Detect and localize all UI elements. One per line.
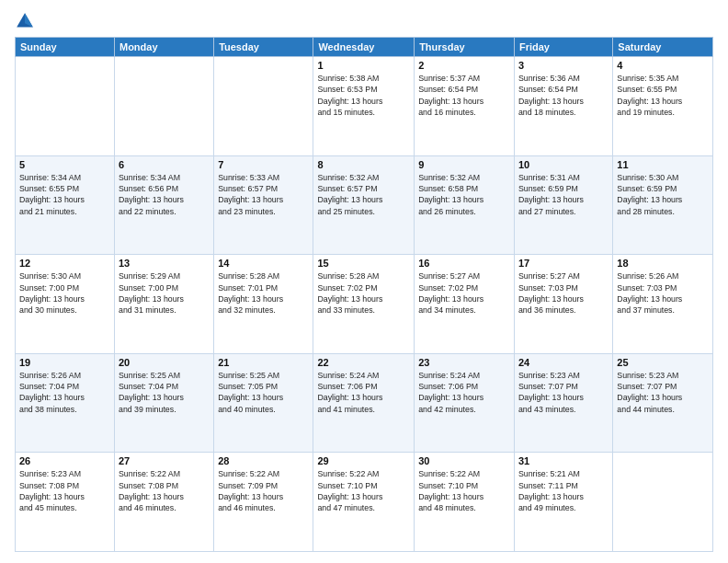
header (15, 11, 713, 31)
day-info-text: Sunrise: 5:34 AM Sunset: 6:56 PM Dayligh… (119, 172, 210, 217)
day-number: 23 (418, 357, 510, 368)
calendar-day-cell: 26Sunrise: 5:23 AM Sunset: 7:08 PM Dayli… (16, 453, 115, 552)
calendar-body: 1Sunrise: 5:38 AM Sunset: 6:53 PM Daylig… (16, 57, 713, 552)
calendar-day-cell: 13Sunrise: 5:29 AM Sunset: 7:00 PM Dayli… (114, 255, 213, 354)
calendar-week-row: 1Sunrise: 5:38 AM Sunset: 6:53 PM Daylig… (16, 57, 713, 156)
calendar-day-cell: 8Sunrise: 5:32 AM Sunset: 6:57 PM Daylig… (313, 155, 415, 255)
calendar-day-cell: 28Sunrise: 5:22 AM Sunset: 7:09 PM Dayli… (214, 453, 313, 552)
calendar-day-cell: 3Sunrise: 5:36 AM Sunset: 6:54 PM Daylig… (514, 57, 612, 156)
calendar-page: SundayMondayTuesdayWednesdayThursdayFrid… (0, 0, 728, 563)
day-number: 22 (317, 357, 410, 368)
logo (15, 11, 37, 31)
calendar-day-cell: 7Sunrise: 5:33 AM Sunset: 6:57 PM Daylig… (214, 155, 313, 255)
day-info-text: Sunrise: 5:32 AM Sunset: 6:58 PM Dayligh… (418, 172, 510, 217)
calendar-week-row: 19Sunrise: 5:26 AM Sunset: 7:04 PM Dayli… (16, 353, 713, 453)
calendar-day-cell: 29Sunrise: 5:22 AM Sunset: 7:10 PM Dayli… (313, 453, 415, 552)
calendar-day-cell: 10Sunrise: 5:31 AM Sunset: 6:59 PM Dayli… (514, 155, 612, 255)
day-number: 16 (418, 258, 510, 269)
day-info-text: Sunrise: 5:23 AM Sunset: 7:07 PM Dayligh… (518, 370, 609, 415)
day-info-text: Sunrise: 5:22 AM Sunset: 7:08 PM Dayligh… (119, 468, 210, 513)
day-info-text: Sunrise: 5:25 AM Sunset: 7:04 PM Dayligh… (119, 370, 210, 415)
calendar-day-cell: 23Sunrise: 5:24 AM Sunset: 7:06 PM Dayli… (415, 353, 515, 453)
day-number: 10 (518, 159, 609, 170)
day-number: 21 (218, 357, 309, 368)
calendar-table: SundayMondayTuesdayWednesdayThursdayFrid… (15, 37, 713, 552)
day-info-text: Sunrise: 5:26 AM Sunset: 7:03 PM Dayligh… (617, 270, 709, 316)
day-info-text: Sunrise: 5:24 AM Sunset: 7:06 PM Dayligh… (317, 370, 410, 415)
day-number: 29 (317, 455, 410, 466)
calendar-day-cell: 30Sunrise: 5:22 AM Sunset: 7:10 PM Dayli… (415, 453, 515, 552)
day-number: 28 (218, 455, 309, 466)
day-number: 7 (218, 159, 309, 170)
day-info-text: Sunrise: 5:29 AM Sunset: 7:00 PM Dayligh… (119, 270, 210, 316)
day-number: 5 (19, 159, 110, 170)
day-number: 13 (119, 258, 210, 269)
day-info-text: Sunrise: 5:32 AM Sunset: 6:57 PM Dayligh… (317, 172, 410, 217)
calendar-day-cell: 11Sunrise: 5:30 AM Sunset: 6:59 PM Dayli… (613, 155, 713, 255)
day-info-text: Sunrise: 5:30 AM Sunset: 6:59 PM Dayligh… (617, 172, 709, 217)
day-info-text: Sunrise: 5:23 AM Sunset: 7:08 PM Dayligh… (19, 468, 110, 513)
calendar-day-cell (613, 453, 713, 552)
calendar-day-cell: 24Sunrise: 5:23 AM Sunset: 7:07 PM Dayli… (514, 353, 612, 453)
calendar-day-cell: 15Sunrise: 5:28 AM Sunset: 7:02 PM Dayli… (313, 255, 415, 354)
calendar-day-cell: 1Sunrise: 5:38 AM Sunset: 6:53 PM Daylig… (313, 57, 415, 156)
calendar-day-cell: 27Sunrise: 5:22 AM Sunset: 7:08 PM Dayli… (114, 453, 213, 552)
day-info-text: Sunrise: 5:38 AM Sunset: 6:53 PM Dayligh… (317, 73, 410, 118)
day-info-text: Sunrise: 5:21 AM Sunset: 7:11 PM Dayligh… (518, 468, 609, 513)
day-info-text: Sunrise: 5:28 AM Sunset: 7:02 PM Dayligh… (317, 270, 410, 316)
weekday-header-cell: Saturday (613, 38, 713, 57)
day-number: 3 (518, 60, 609, 71)
calendar-day-cell: 2Sunrise: 5:37 AM Sunset: 6:54 PM Daylig… (415, 57, 515, 156)
calendar-day-cell: 31Sunrise: 5:21 AM Sunset: 7:11 PM Dayli… (514, 453, 612, 552)
weekday-header-cell: Tuesday (214, 38, 313, 57)
calendar-day-cell: 4Sunrise: 5:35 AM Sunset: 6:55 PM Daylig… (613, 57, 713, 156)
day-info-text: Sunrise: 5:27 AM Sunset: 7:03 PM Dayligh… (518, 270, 609, 316)
day-info-text: Sunrise: 5:22 AM Sunset: 7:09 PM Dayligh… (218, 468, 309, 513)
calendar-day-cell: 18Sunrise: 5:26 AM Sunset: 7:03 PM Dayli… (613, 255, 713, 354)
calendar-day-cell: 9Sunrise: 5:32 AM Sunset: 6:58 PM Daylig… (415, 155, 515, 255)
day-info-text: Sunrise: 5:23 AM Sunset: 7:07 PM Dayligh… (617, 370, 709, 415)
calendar-day-cell: 5Sunrise: 5:34 AM Sunset: 6:55 PM Daylig… (16, 155, 115, 255)
calendar-day-cell: 16Sunrise: 5:27 AM Sunset: 7:02 PM Dayli… (415, 255, 515, 354)
weekday-header-row: SundayMondayTuesdayWednesdayThursdayFrid… (16, 38, 713, 57)
logo-icon (15, 11, 35, 31)
day-number: 26 (19, 455, 110, 466)
day-info-text: Sunrise: 5:35 AM Sunset: 6:55 PM Dayligh… (617, 73, 709, 118)
day-number: 17 (518, 258, 609, 269)
weekday-header-cell: Friday (514, 38, 612, 57)
calendar-day-cell: 6Sunrise: 5:34 AM Sunset: 6:56 PM Daylig… (114, 155, 213, 255)
day-number: 31 (518, 455, 609, 466)
day-number: 14 (218, 258, 309, 269)
calendar-day-cell: 12Sunrise: 5:30 AM Sunset: 7:00 PM Dayli… (16, 255, 115, 354)
day-info-text: Sunrise: 5:31 AM Sunset: 6:59 PM Dayligh… (518, 172, 609, 217)
calendar-day-cell (114, 57, 213, 156)
calendar-day-cell: 22Sunrise: 5:24 AM Sunset: 7:06 PM Dayli… (313, 353, 415, 453)
calendar-day-cell: 20Sunrise: 5:25 AM Sunset: 7:04 PM Dayli… (114, 353, 213, 453)
calendar-day-cell (214, 57, 313, 156)
day-number: 25 (617, 357, 709, 368)
day-number: 12 (19, 258, 110, 269)
calendar-day-cell: 14Sunrise: 5:28 AM Sunset: 7:01 PM Dayli… (214, 255, 313, 354)
day-number: 30 (418, 455, 510, 466)
day-info-text: Sunrise: 5:26 AM Sunset: 7:04 PM Dayligh… (19, 370, 110, 415)
day-info-text: Sunrise: 5:34 AM Sunset: 6:55 PM Dayligh… (19, 172, 110, 217)
day-info-text: Sunrise: 5:36 AM Sunset: 6:54 PM Dayligh… (518, 73, 609, 118)
calendar-week-row: 5Sunrise: 5:34 AM Sunset: 6:55 PM Daylig… (16, 155, 713, 255)
day-info-text: Sunrise: 5:24 AM Sunset: 7:06 PM Dayligh… (418, 370, 510, 415)
day-info-text: Sunrise: 5:25 AM Sunset: 7:05 PM Dayligh… (218, 370, 309, 415)
day-number: 9 (418, 159, 510, 170)
weekday-header-cell: Thursday (415, 38, 515, 57)
day-number: 15 (317, 258, 410, 269)
calendar-week-row: 26Sunrise: 5:23 AM Sunset: 7:08 PM Dayli… (16, 453, 713, 552)
day-info-text: Sunrise: 5:28 AM Sunset: 7:01 PM Dayligh… (218, 270, 309, 316)
day-number: 11 (617, 159, 709, 170)
day-number: 8 (317, 159, 410, 170)
day-info-text: Sunrise: 5:22 AM Sunset: 7:10 PM Dayligh… (418, 468, 510, 513)
calendar-day-cell: 25Sunrise: 5:23 AM Sunset: 7:07 PM Dayli… (613, 353, 713, 453)
day-number: 19 (19, 357, 110, 368)
day-info-text: Sunrise: 5:37 AM Sunset: 6:54 PM Dayligh… (418, 73, 510, 118)
calendar-day-cell (16, 57, 115, 156)
weekday-header-cell: Wednesday (313, 38, 415, 57)
day-number: 1 (317, 60, 410, 71)
day-number: 6 (119, 159, 210, 170)
